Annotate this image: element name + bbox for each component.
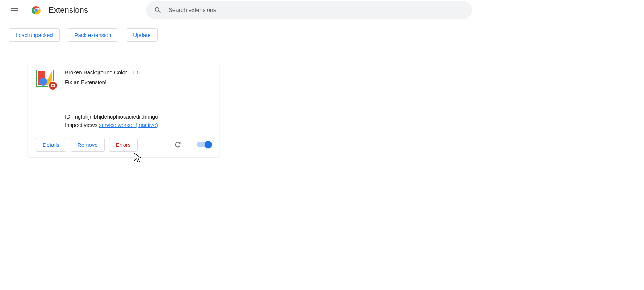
- page-title: Extensions: [49, 5, 88, 15]
- unpacked-badge-icon: [48, 81, 58, 90]
- svg-point-6: [39, 78, 47, 86]
- extension-title-line: Broken Background Color 1.0: [65, 69, 211, 75]
- id-label: ID:: [65, 113, 72, 120]
- service-worker-link[interactable]: service worker (Inactive): [99, 122, 158, 128]
- extension-version: 1.0: [132, 69, 140, 75]
- hamburger-icon: [10, 6, 19, 14]
- extension-name: Broken Background Color: [65, 69, 127, 75]
- reload-button[interactable]: [171, 137, 185, 152]
- update-button[interactable]: Update: [126, 28, 157, 42]
- top-bar: Extensions: [0, 0, 644, 20]
- extension-id-line: ID: mgfbhjnibhjdehcphiocaoiediidmngo: [65, 113, 211, 120]
- extensions-grid: Broken Background Color 1.0 Fix an Exten…: [0, 50, 644, 168]
- toolbar: Load unpacked Pack extension Update: [0, 20, 644, 50]
- errors-button[interactable]: Errors: [109, 138, 138, 152]
- extension-card: Broken Background Color 1.0 Fix an Exten…: [28, 61, 219, 157]
- enable-toggle[interactable]: [197, 141, 211, 149]
- extension-id: mgfbhjnibhjdehcphiocaoiediidmngo: [73, 113, 158, 120]
- chrome-logo-icon: [30, 4, 42, 16]
- pack-extension-button[interactable]: Pack extension: [68, 28, 118, 42]
- extension-description: Fix an Extension!: [65, 79, 211, 85]
- search-icon: [154, 6, 162, 14]
- details-button[interactable]: Details: [36, 138, 66, 152]
- load-unpacked-button[interactable]: Load unpacked: [9, 28, 60, 42]
- inspect-views-label: Inspect views: [65, 122, 97, 128]
- remove-button[interactable]: Remove: [71, 138, 105, 152]
- search-input[interactable]: [168, 7, 464, 13]
- search-field[interactable]: [146, 1, 472, 19]
- toggle-knob: [205, 141, 212, 148]
- inspect-views-line: Inspect views service worker (Inactive): [65, 122, 211, 128]
- reload-icon: [174, 141, 182, 149]
- extension-icon: [36, 69, 54, 87]
- menu-button[interactable]: [7, 3, 22, 17]
- card-footer: Details Remove Errors: [36, 137, 211, 152]
